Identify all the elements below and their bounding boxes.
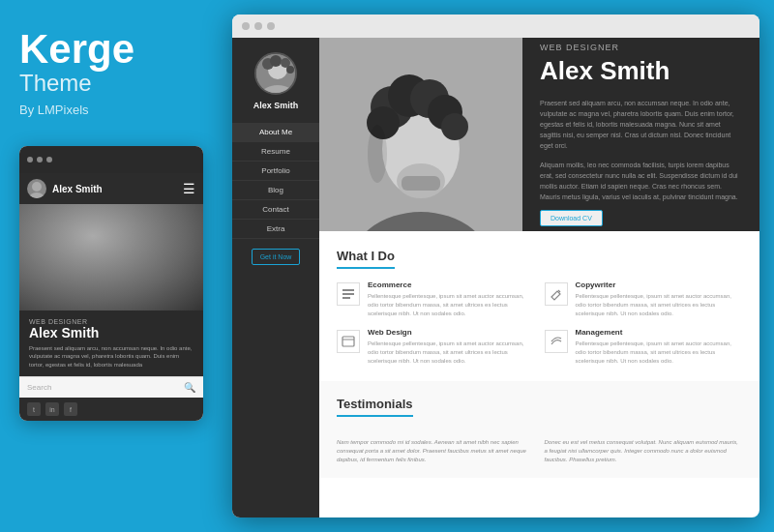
svg-point-9	[77, 245, 97, 264]
management-text: Pellentesque pellentesque, ipsum sit ame…	[576, 340, 743, 366]
sidebar-nav-resume[interactable]: Resume	[232, 142, 319, 162]
hero-info: Web Designer Alex Smith Praesent sed ali…	[522, 38, 759, 231]
sidebar-nav-about[interactable]: About Me	[232, 123, 319, 142]
mobile-search-bar[interactable]: Search 🔍	[19, 376, 203, 398]
main-content-area: Web Designer Alex Smith Praesent sed ali…	[319, 38, 759, 517]
ecommerce-text: Pellentesque pellentesque, ipsum sit ame…	[368, 292, 535, 318]
svg-point-5	[78, 229, 105, 256]
hero-description-1: Praesent sed aliquam arcu, non accumsan …	[540, 98, 742, 152]
sidebar-nav-portfolio[interactable]: Portfolio	[232, 162, 319, 181]
hero-name: Alex Smith	[540, 56, 742, 86]
desktop-dot-3	[267, 22, 275, 30]
svg-rect-11	[97, 289, 126, 299]
ecommerce-name: Ecommerce	[368, 281, 535, 289]
sidebar-avatar	[254, 52, 297, 95]
svg-rect-31	[342, 289, 354, 291]
mobile-info-section: Web Designer Alex Smith Praesent sed ali…	[19, 310, 203, 376]
service-copywriter: Copywriter Pellentesque pellentesque, ip…	[545, 281, 743, 318]
left-panel: Kerge Theme By LMPixels Alex Smith ☰	[0, 0, 232, 532]
theme-title: Kerge	[19, 29, 213, 70]
copywriter-content: Copywriter Pellentesque pellentesque, ip…	[576, 281, 743, 318]
what-i-do-title: What I Do	[337, 249, 395, 269]
svg-point-7	[111, 226, 134, 250]
mobile-hero-image	[19, 204, 203, 310]
copywriter-name: Copywriter	[576, 281, 743, 289]
testimonials-grid: Nam tempor commodo mi id sodales. Aenean…	[337, 438, 742, 464]
webdesign-icon	[337, 330, 360, 353]
svg-point-0	[32, 182, 42, 192]
svg-point-1	[29, 192, 45, 198]
svg-point-8	[124, 237, 143, 256]
social-twitter-btn[interactable]: t	[27, 402, 41, 416]
dot-3	[46, 157, 52, 163]
mobile-top-bar	[19, 146, 203, 173]
service-management: Management Pellentesque pellentesque, ip…	[545, 328, 743, 366]
hero-photo	[319, 38, 522, 231]
svg-point-17	[286, 66, 294, 74]
ecommerce-icon	[337, 282, 360, 306]
desktop-content: Alex Smith About Me Resume Portfolio Blo…	[232, 38, 759, 517]
sidebar-nav-blog[interactable]: Blog	[232, 181, 319, 200]
mobile-mockup: Alex Smith ☰ Web Desi	[19, 146, 203, 421]
mobile-avatar	[27, 179, 46, 198]
svg-rect-2	[19, 204, 203, 310]
testimonial-1: Nam tempor commodo mi id sodales. Aenean…	[337, 438, 535, 464]
webdesign-text: Pellentesque pellentesque, ipsum sit ame…	[368, 340, 535, 366]
management-content: Management Pellentesque pellentesque, ip…	[576, 328, 743, 366]
copywriter-icon	[545, 282, 568, 306]
social-facebook-btn[interactable]: f	[64, 402, 77, 416]
svg-point-6	[94, 223, 119, 249]
mobile-nav-name: Alex Smith	[52, 184, 103, 194]
svg-point-30	[368, 125, 387, 183]
management-icon	[545, 330, 568, 353]
management-name: Management	[576, 328, 743, 337]
svg-point-4	[82, 233, 140, 301]
webdesign-content: Web Design Pellentesque pellentesque, ip…	[368, 328, 535, 366]
get-it-now-button[interactable]: Get it Now	[252, 249, 301, 265]
svg-rect-32	[342, 293, 354, 295]
testimonials-title: Testimonials	[337, 397, 413, 417]
testimonials-section: Testimonials Nam tempor commodo mi id so…	[319, 381, 759, 478]
social-linkedin-btn[interactable]: in	[45, 402, 59, 416]
what-i-do-section: What I Do Ecommerce Pellentesque	[319, 231, 759, 381]
hero-section: Web Designer Alex Smith Praesent sed ali…	[319, 38, 759, 231]
testimonial-2: Donec eu est vel metus consequat volutpa…	[545, 438, 743, 464]
dot-1	[27, 157, 33, 163]
download-cv-button[interactable]: Download CV	[540, 210, 603, 226]
hero-description-2: Aliquam mollis, leo nec commoda facilisi…	[540, 160, 742, 203]
desktop-mockup: Alex Smith About Me Resume Portfolio Blo…	[232, 15, 759, 517]
mobile-nav: Alex Smith ☰	[19, 173, 203, 204]
copywriter-text: Pellentesque pellentesque, ipsum sit ame…	[576, 292, 743, 318]
svg-point-3	[58, 291, 164, 310]
svg-point-27	[441, 113, 468, 140]
svg-rect-29	[402, 176, 440, 191]
mobile-search-placeholder: Search	[27, 383, 51, 392]
desktop-sidebar: Alex Smith About Me Resume Portfolio Blo…	[232, 38, 319, 517]
theme-author: By LMPixels	[19, 103, 213, 117]
sidebar-nav-extra[interactable]: Extra	[232, 220, 319, 239]
theme-title-block: Kerge Theme By LMPixels	[19, 29, 213, 146]
webdesign-name: Web Design	[368, 328, 535, 337]
hamburger-icon[interactable]: ☰	[183, 182, 195, 195]
svg-point-10	[94, 281, 129, 305]
sidebar-nav-contact[interactable]: Contact	[232, 200, 319, 220]
svg-point-15	[270, 55, 282, 67]
service-ecommerce: Ecommerce Pellentesque pellentesque, ips…	[337, 281, 535, 318]
mobile-social-bar: t in f	[19, 398, 203, 421]
service-webdesign: Web Design Pellentesque pellentesque, ip…	[337, 328, 535, 366]
svg-rect-34	[342, 337, 354, 346]
ecommerce-content: Ecommerce Pellentesque pellentesque, ips…	[368, 281, 535, 318]
hero-role: Web Designer	[540, 43, 742, 52]
desktop-dot-1	[242, 22, 250, 30]
sidebar-nav: About Me Resume Portfolio Blog Contact E…	[232, 123, 319, 239]
mobile-hero-text: Praesent sed aliquam arcu, non accumsan …	[29, 344, 194, 369]
mobile-hero-name: Alex Smith	[29, 325, 194, 340]
mobile-nav-left: Alex Smith	[27, 179, 103, 198]
sidebar-name: Alex Smith	[253, 101, 299, 111]
services-grid: Ecommerce Pellentesque pellentesque, ips…	[337, 281, 742, 366]
mobile-role-label: Web Designer	[29, 318, 194, 325]
mobile-search-icon[interactable]: 🔍	[184, 382, 195, 393]
desktop-dot-2	[254, 22, 262, 30]
svg-rect-33	[342, 297, 350, 299]
dot-2	[37, 157, 43, 163]
